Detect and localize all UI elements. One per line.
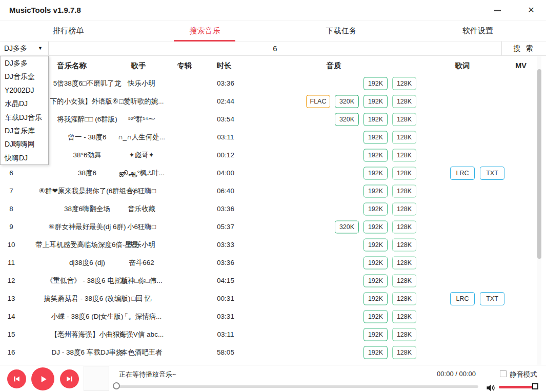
quality-button-128k[interactable]: 128K <box>392 346 416 359</box>
lyric-button-txt[interactable]: TXT <box>480 167 504 180</box>
song-title: 5倍38度6□不磨叽了龙 <box>53 74 122 92</box>
quality-button-128k[interactable]: 128K <box>392 310 416 323</box>
quality-button-320k[interactable]: 320K <box>335 95 359 108</box>
quality-button-128k[interactable]: 128K <box>392 274 416 287</box>
table-row[interactable]: 9⑥群女神最好最美(dj 6群)小6狂嗨□05:37320K192K128K <box>0 218 546 236</box>
quality-button-320k[interactable]: 320K <box>335 220 359 233</box>
quality-button-128k[interactable]: 128K <box>392 238 416 251</box>
song-duration: 03:36 <box>217 200 234 218</box>
quality-button-192k[interactable]: 192K <box>363 328 388 341</box>
quality-button-192k[interactable]: 192K <box>363 274 388 287</box>
row-index: 8 <box>9 200 13 218</box>
quality-button-128k[interactable]: 128K <box>392 167 416 179</box>
artist-name: ∩_∩人生何处... <box>118 128 165 146</box>
tab-bar: 排行榜单搜索音乐下载任务软件设置 <box>0 20 546 42</box>
app-title: MusicTools v1.9.7.8 <box>9 0 81 20</box>
table-row[interactable]: 15倍38度6□不磨叽了龙快乐小明03:36192K128K <box>0 74 546 92</box>
volume-slider[interactable] <box>499 386 534 388</box>
lyric-button-txt[interactable]: TXT <box>480 292 504 305</box>
table-row[interactable]: 838度6嗨翻全场音乐收藏03:36192K128K <box>0 200 546 218</box>
quality-button-192k[interactable]: 192K <box>363 95 388 108</box>
table-row[interactable]: 13搞笑蘑菇君 - 38度6 (改编版)□回 忆00:31192K128KLRC… <box>0 290 546 307</box>
row-index: 6 <box>9 164 13 182</box>
quality-button-320k[interactable]: 320K <box>335 113 359 126</box>
time-display: 00:00 / 00:00 <box>430 370 476 378</box>
quality-button-128k[interactable]: 128K <box>392 149 416 161</box>
lyric-button-lrc[interactable]: LRC <box>450 167 475 180</box>
table-row[interactable]: 2下的小女孩】外语版⑥...□爱听歌的婉...02:44FLAC320K192K… <box>0 92 546 110</box>
table-row[interactable]: 14小蝶 - 38度6 (Dj女生版)「。深情痞...03:31192K128K <box>0 307 546 325</box>
source-option[interactable]: 车载DJ音乐 <box>1 111 48 124</box>
quality-button-128k[interactable]: 128K <box>392 202 416 215</box>
table-row[interactable]: 4曾一 - 38度6∩_∩人生何处...03:11192K128K <box>0 128 546 146</box>
table-row[interactable]: 638度6ஜூஆ°枫ஃ叶...04:00192K128KLRCTXT <box>0 164 546 182</box>
minimize-button[interactable] <box>487 0 508 20</box>
quality-button-192k[interactable]: 192K <box>363 292 388 305</box>
close-button[interactable]: ✕ <box>521 0 541 20</box>
song-duration: 03:11 <box>217 128 234 146</box>
mute-checkbox[interactable] <box>500 370 507 377</box>
table-row[interactable]: 538°6劲舞✦彪哥✦00:12192K128K <box>0 146 546 164</box>
tab-software-settings[interactable]: 软件设置 <box>410 20 546 41</box>
quality-button-192k[interactable]: 192K <box>363 346 388 359</box>
quality-button-192k[interactable]: 192K <box>363 131 388 143</box>
quality-button-192k[interactable]: 192K <box>363 77 388 90</box>
lyric-button-lrc[interactable]: LRC <box>450 292 475 305</box>
source-select[interactable]: DJ多多 ▼ <box>0 42 49 55</box>
row-index: 9 <box>9 218 13 236</box>
scrollbar-thumb[interactable] <box>537 69 541 259</box>
tab-search-music[interactable]: 搜索音乐 <box>136 20 273 41</box>
previous-button[interactable] <box>7 369 26 388</box>
quality-button-flac[interactable]: FLAC <box>306 95 330 108</box>
search-input[interactable] <box>49 42 501 55</box>
source-option[interactable]: Y2002DJ <box>1 84 48 97</box>
quality-button-128k[interactable]: 128K <box>392 184 416 197</box>
next-button[interactable] <box>60 369 79 388</box>
quality-button-192k[interactable]: 192K <box>363 220 388 233</box>
quality-button-128k[interactable]: 128K <box>392 328 416 341</box>
quality-button-192k[interactable]: 192K <box>363 184 388 197</box>
quality-button-128k[interactable]: 128K <box>392 256 416 269</box>
source-option[interactable]: 快嗨DJ <box>1 151 48 164</box>
quality-button-128k[interactable]: 128K <box>392 292 416 305</box>
table-row[interactable]: 7⑥群❤原来我是想你了(6群组合)小6狂嗨□06:40192K128K <box>0 182 546 200</box>
source-option[interactable]: DJ嗨嗨网 <box>1 137 48 151</box>
quality-button-128k[interactable]: 128K <box>392 95 416 108</box>
progress-slider-handle[interactable] <box>113 382 120 389</box>
artist-name: ⁵²⁰群¹⁴⁓ <box>128 110 155 128</box>
tab-download-tasks[interactable]: 下载任务 <box>273 20 410 41</box>
table-row[interactable]: 15【亳州蒋海强】小曲狠6海强V信 abc...03:11192K128K <box>0 325 546 343</box>
volume-slider-handle[interactable] <box>532 383 538 389</box>
quality-buttons: 192K128K <box>363 184 416 197</box>
source-option[interactable]: DJ多多 <box>1 56 48 70</box>
source-option[interactable]: DJ音乐盒 <box>1 70 48 83</box>
table-row[interactable]: 3将我灌醉□□ (6群版)⁵²⁰群¹⁴⁓03:54320K192K128K <box>0 110 546 128</box>
quality-button-128k[interactable]: 128K <box>392 131 416 143</box>
progress-slider[interactable] <box>116 385 478 388</box>
quality-button-192k[interactable]: 192K <box>363 113 388 126</box>
table-row[interactable]: 12《重低音》 - 38度6 电摇版精神□你□伟...04:15192K128K <box>0 272 546 290</box>
source-option[interactable]: 水晶DJ <box>1 97 48 110</box>
quality-button-128k[interactable]: 128K <box>392 220 416 233</box>
quality-button-192k[interactable]: 192K <box>363 310 388 323</box>
table-row[interactable]: 11dj38度6 (dj)奋斗66203:36192K128K <box>0 254 546 272</box>
chevron-down-icon: ▼ <box>38 42 43 55</box>
table-row[interactable]: 10带上耳机感受高临场深度6倍-星星快乐小明03:33192K128K <box>0 236 546 254</box>
source-option[interactable]: DJ音乐库 <box>1 124 48 137</box>
song-duration: 03:36 <box>217 74 234 92</box>
volume-icon[interactable] <box>486 384 496 392</box>
quality-button-192k[interactable]: 192K <box>363 256 388 269</box>
search-button[interactable]: 搜 索 <box>501 42 546 55</box>
tab-rankings[interactable]: 排行榜单 <box>0 20 136 41</box>
mute-label: 静音模式 <box>510 370 537 379</box>
quality-button-128k[interactable]: 128K <box>392 77 416 90</box>
play-icon <box>38 374 48 384</box>
quality-button-192k[interactable]: 192K <box>363 149 388 161</box>
quality-button-192k[interactable]: 192K <box>363 238 388 251</box>
quality-button-192k[interactable]: 192K <box>363 167 388 179</box>
quality-button-192k[interactable]: 192K <box>363 202 388 215</box>
table-row[interactable]: 16DJ - 38度6 车载DJ串烧本色酒吧王者58:05192K128K <box>0 343 546 361</box>
play-button[interactable] <box>31 367 54 390</box>
quality-button-128k[interactable]: 128K <box>392 113 416 126</box>
quality-buttons: 192K128K <box>363 310 416 323</box>
